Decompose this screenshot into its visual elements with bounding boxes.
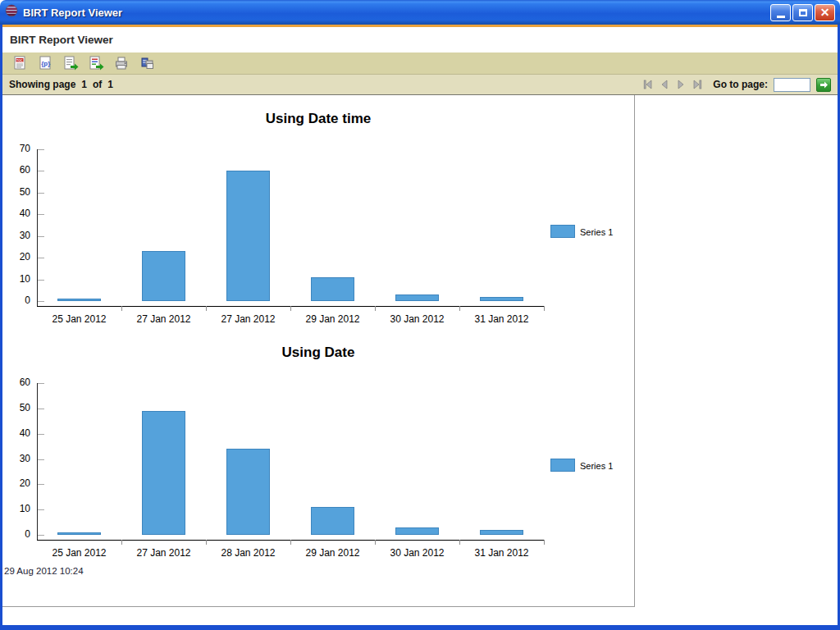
export-report-button[interactable] xyxy=(88,55,104,71)
bar-31-jan-2012 xyxy=(480,530,523,535)
report-page: Using Date time01020304050607025 Jan 201… xyxy=(2,95,635,607)
toc-button[interactable]: TOC xyxy=(11,55,28,71)
y-axis-line xyxy=(37,383,38,540)
x-axis-tick xyxy=(206,540,207,545)
chart-title: Using Date time xyxy=(2,103,634,127)
title-bar[interactable]: BIRT Report Viewer ✕ xyxy=(0,0,840,25)
print-server-button[interactable] xyxy=(139,55,155,71)
y-axis-tick-label: 20 xyxy=(2,477,30,489)
x-axis-category-label: 31 Jan 2012 xyxy=(459,547,544,559)
bar-25-jan-2012 xyxy=(57,532,101,535)
chart-using-date-time: Using Date time01020304050607025 Jan 201… xyxy=(2,103,634,337)
legend-swatch xyxy=(550,459,575,472)
total-pages: 1 xyxy=(107,79,113,90)
x-axis-category-label: 27 Jan 2012 xyxy=(121,313,206,325)
y-axis-tick xyxy=(38,280,44,281)
bar-29-jan-2012 xyxy=(311,277,354,301)
y-axis-tick-label: 0 xyxy=(2,528,30,540)
bar-27-jan-2012 xyxy=(142,251,185,301)
x-axis-category-label: 27 Jan 2012 xyxy=(121,547,206,559)
y-axis-tick-label: 50 xyxy=(2,402,30,413)
y-axis-tick xyxy=(38,383,44,384)
y-axis-tick xyxy=(38,509,44,510)
y-axis-tick xyxy=(38,484,44,485)
y-axis-tick xyxy=(38,409,44,409)
maximize-icon xyxy=(799,9,807,16)
goto-page-input[interactable] xyxy=(774,78,810,92)
x-axis-tick xyxy=(121,306,122,311)
y-axis-tick xyxy=(38,535,44,536)
first-page-icon xyxy=(641,78,655,91)
toc-icon: TOC xyxy=(13,56,27,71)
bar-30-jan-2012 xyxy=(395,527,439,535)
showing-page-label: Showing page xyxy=(9,79,75,90)
minimize-icon xyxy=(777,16,785,18)
bar-28-jan-2012 xyxy=(226,449,270,535)
paging-bar: Showing page 1 of 1 xyxy=(2,75,838,95)
y-axis-tick-label: 40 xyxy=(2,208,30,219)
y-axis-tick xyxy=(38,193,44,194)
window-title: BIRT Report Viewer xyxy=(23,7,122,19)
print-button[interactable] xyxy=(113,55,130,71)
export-report-icon xyxy=(89,56,104,71)
app-icon xyxy=(5,4,18,21)
y-axis-tick xyxy=(38,258,44,258)
last-page-button[interactable] xyxy=(690,78,704,91)
y-axis-tick-label: 20 xyxy=(2,251,30,262)
birt-report-viewer-window: BIRT Report Viewer ✕ BIRT Report Viewer … xyxy=(0,0,840,630)
current-page: 1 xyxy=(81,79,87,90)
print-icon xyxy=(114,56,129,71)
x-axis-category-label: 30 Jan 2012 xyxy=(375,313,459,325)
print-server-icon xyxy=(139,56,155,71)
y-axis-tick-label: 10 xyxy=(2,503,30,514)
y-axis-tick xyxy=(38,236,44,237)
minimize-button[interactable] xyxy=(770,4,791,21)
report-content-area: Using Date time01020304050607025 Jan 201… xyxy=(2,95,838,625)
bar-27-jan-2012 xyxy=(142,411,185,535)
x-axis-tick xyxy=(206,306,207,311)
x-axis-category-label: 25 Jan 2012 xyxy=(37,547,121,559)
toolbar: TOC {p} xyxy=(2,52,838,75)
export-data-button[interactable] xyxy=(62,55,79,71)
viewer-header: BIRT Report Viewer xyxy=(2,27,838,52)
y-axis-tick xyxy=(38,171,44,171)
y-axis-tick-label: 70 xyxy=(2,143,30,154)
next-page-button[interactable] xyxy=(673,78,687,91)
x-axis-category-label: 25 Jan 2012 xyxy=(37,313,121,325)
previous-page-button[interactable] xyxy=(657,78,671,91)
parameters-icon: {p} xyxy=(39,56,52,71)
x-axis-category-label: 30 Jan 2012 xyxy=(375,547,459,559)
bar-31-jan-2012 xyxy=(480,297,523,301)
y-axis-tick xyxy=(38,149,44,150)
y-axis-tick-label: 60 xyxy=(2,377,30,388)
page-status: Showing page 1 of 1 xyxy=(9,79,113,90)
x-axis-category-label: 29 Jan 2012 xyxy=(290,313,375,325)
y-axis-line xyxy=(37,149,38,306)
goto-page-go-button[interactable] xyxy=(816,78,831,92)
parameters-button[interactable]: {p} xyxy=(37,55,53,71)
y-axis-tick-label: 40 xyxy=(2,427,30,439)
close-button[interactable]: ✕ xyxy=(815,4,835,21)
x-axis-tick xyxy=(459,306,460,311)
y-axis-tick-label: 30 xyxy=(2,453,30,464)
bar-25-jan-2012 xyxy=(57,299,101,301)
go-arrow-icon xyxy=(819,80,829,89)
x-axis-category-label: 27 Jan 2012 xyxy=(206,313,290,325)
maximize-button[interactable] xyxy=(792,4,813,21)
y-axis-tick-label: 60 xyxy=(2,164,30,176)
x-axis-tick xyxy=(375,540,376,545)
x-axis-tick xyxy=(375,306,376,311)
y-axis-tick xyxy=(38,301,44,302)
x-axis-tick xyxy=(290,306,291,311)
x-axis-category-label: 29 Jan 2012 xyxy=(290,547,375,559)
x-axis-tick xyxy=(121,540,122,545)
x-axis-tick xyxy=(290,540,291,545)
bar-27-jan-2012 xyxy=(226,171,270,301)
y-axis-tick xyxy=(38,214,44,215)
svg-text:TOC: TOC xyxy=(16,59,23,62)
x-axis-tick xyxy=(544,306,545,311)
report-timestamp: 29 Aug 2012 10:24 xyxy=(4,566,84,576)
x-axis-category-label: 28 Jan 2012 xyxy=(206,547,290,559)
viewer-title: BIRT Report Viewer xyxy=(10,34,113,46)
first-page-button[interactable] xyxy=(641,78,655,91)
